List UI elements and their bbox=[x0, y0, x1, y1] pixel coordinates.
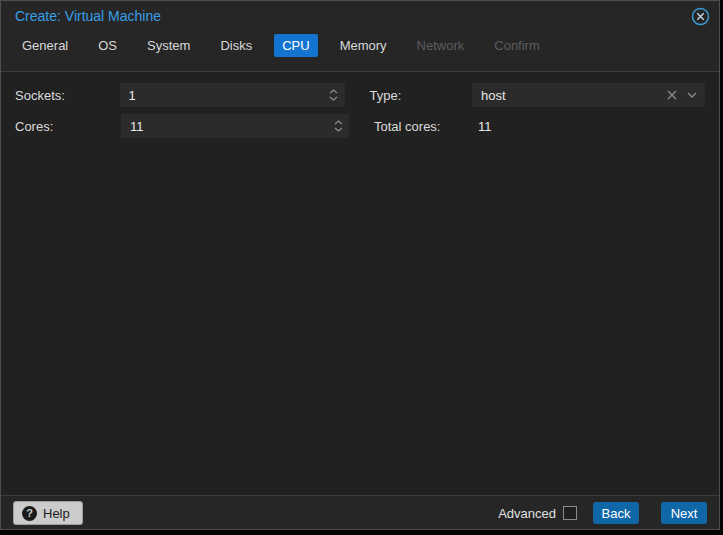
tab-cpu[interactable]: CPU bbox=[274, 34, 317, 57]
spinner-down-icon[interactable] bbox=[329, 96, 338, 101]
total-cores-value: 11 bbox=[478, 119, 492, 134]
tab-system[interactable]: System bbox=[139, 34, 198, 57]
dialog-title: Create: Virtual Machine bbox=[15, 8, 161, 24]
wizard-tabbar: General OS System Disks CPU Memory Netwo… bbox=[1, 31, 719, 65]
help-button-label: Help bbox=[43, 506, 70, 521]
sockets-spinner-buttons[interactable] bbox=[323, 83, 345, 107]
cores-label: Cores: bbox=[15, 119, 121, 134]
screen: Create: Virtual Machine General OS Syste… bbox=[0, 0, 723, 535]
type-value: host bbox=[481, 88, 506, 103]
total-cores-label: Total cores: bbox=[374, 119, 478, 134]
tab-confirm: Confirm bbox=[486, 34, 548, 57]
sockets-value: 1 bbox=[129, 88, 136, 103]
cores-spinner-buttons[interactable] bbox=[327, 114, 349, 138]
spinner-down-icon[interactable] bbox=[334, 127, 343, 132]
tab-os[interactable]: OS bbox=[90, 34, 125, 57]
dialog-titlebar: Create: Virtual Machine bbox=[1, 1, 719, 31]
type-label: Type: bbox=[370, 88, 473, 103]
form-row: Cores: 11 Total cores: 11 bbox=[15, 114, 705, 138]
type-combobox[interactable]: host bbox=[472, 83, 705, 107]
cores-value: 11 bbox=[130, 119, 144, 134]
create-vm-dialog: Create: Virtual Machine General OS Syste… bbox=[0, 0, 720, 530]
sockets-label: Sockets: bbox=[15, 88, 120, 103]
tab-disks[interactable]: Disks bbox=[212, 34, 260, 57]
close-icon[interactable] bbox=[691, 7, 710, 26]
clear-icon[interactable] bbox=[667, 90, 677, 100]
next-button[interactable]: Next bbox=[661, 502, 707, 524]
form-row: Sockets: 1 Type: host bbox=[15, 83, 705, 107]
help-button[interactable]: ? Help bbox=[13, 501, 83, 525]
tab-memory[interactable]: Memory bbox=[332, 34, 395, 57]
dropdown-icon[interactable] bbox=[687, 92, 697, 98]
type-combobox-icons bbox=[667, 83, 705, 107]
advanced-label: Advanced bbox=[498, 506, 556, 521]
dialog-footer: ? Help Advanced Back Next bbox=[1, 497, 719, 529]
tab-general[interactable]: General bbox=[14, 34, 76, 57]
cpu-panel: Sockets: 1 Type: host bbox=[1, 71, 719, 496]
spinner-up-icon[interactable] bbox=[329, 89, 338, 94]
advanced-checkbox[interactable] bbox=[563, 506, 577, 520]
sockets-spinner[interactable]: 1 bbox=[120, 83, 345, 107]
spinner-up-icon[interactable] bbox=[334, 120, 343, 125]
back-button[interactable]: Back bbox=[593, 502, 639, 524]
cores-spinner[interactable]: 11 bbox=[121, 114, 349, 138]
question-mark-circle-icon: ? bbox=[22, 506, 37, 521]
tab-network: Network bbox=[409, 34, 473, 57]
